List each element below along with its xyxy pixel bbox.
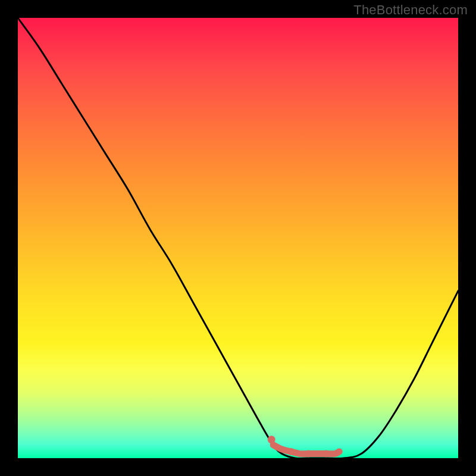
bottleneck-curve (18, 18, 458, 459)
optimal-start-dot (268, 436, 275, 443)
optimal-dot (287, 448, 295, 455)
optimal-dot (305, 450, 312, 458)
chart-container: TheBottleneck.com (0, 0, 476, 476)
axis-right-band (458, 0, 476, 476)
optimal-dot (322, 450, 330, 458)
optimal-markers (268, 436, 340, 457)
axis-left-band (0, 0, 18, 476)
axis-bottom-band (0, 458, 476, 476)
watermark-text: TheBottleneck.com (353, 2, 468, 18)
chart-svg (18, 18, 458, 458)
bottleneck-curve-path (18, 18, 458, 459)
